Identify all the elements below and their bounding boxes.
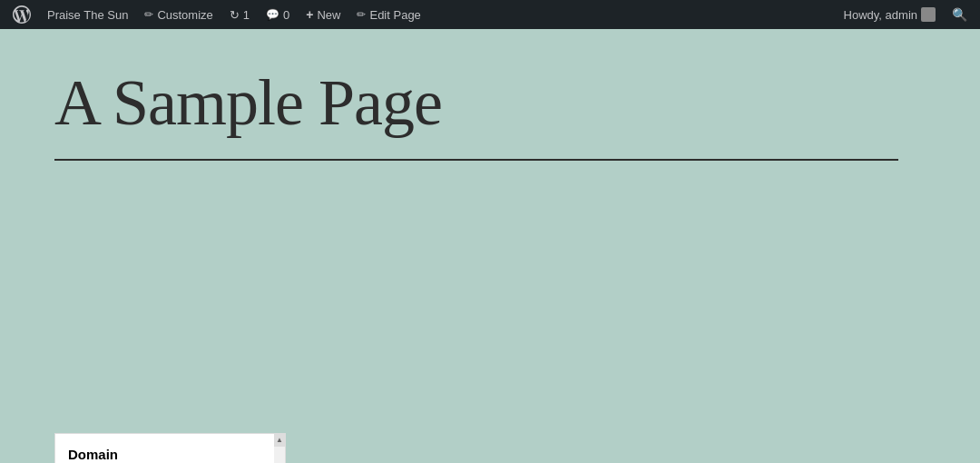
edit-icon: ✏ (357, 8, 366, 21)
site-name-label: Praise The Sun (47, 8, 128, 22)
title-divider (54, 159, 898, 161)
page-title: A Sample Page (54, 65, 926, 141)
plus-icon: + (306, 7, 313, 22)
search-icon: 🔍 (952, 7, 967, 22)
wp-logo-icon (13, 5, 31, 24)
updates-count: 1 (243, 8, 250, 22)
customize-label: Customize (157, 8, 212, 22)
admin-avatar (921, 7, 936, 22)
widget-scrollbar[interactable]: ▲ ▼ (274, 434, 285, 463)
adminbar-right: Howdy, admin 🔍 (838, 0, 975, 29)
updates-icon: ↻ (230, 8, 240, 22)
new-label: New (317, 8, 340, 22)
customize-button[interactable]: ✏ Customize (137, 0, 220, 29)
howdy-button[interactable]: Howdy, admin (838, 0, 941, 29)
domain-widget[interactable]: Domain This domain is for use in illustr… (54, 433, 286, 463)
updates-button[interactable]: ↻ 1 (222, 0, 257, 29)
site-content: A Sample Page Domain This domain is for … (0, 29, 980, 463)
comments-count: 0 (283, 8, 289, 22)
widget-title: Domain (68, 445, 272, 463)
comments-button[interactable]: 💬 0 (259, 0, 297, 29)
howdy-label: Howdy, admin (844, 8, 917, 22)
new-content-button[interactable]: + New (299, 0, 348, 29)
wp-logo-button[interactable] (5, 0, 38, 29)
edit-page-button[interactable]: ✏ Edit Page (349, 0, 427, 29)
edit-page-label: Edit Page (369, 8, 420, 22)
admin-bar: Praise The Sun ✏ Customize ↻ 1 💬 0 + New… (0, 0, 980, 29)
site-name-button[interactable]: Praise The Sun (40, 0, 135, 29)
comments-icon: 💬 (266, 8, 279, 21)
adminbar-left: Praise The Sun ✏ Customize ↻ 1 💬 0 + New… (5, 0, 838, 29)
scroll-up-button[interactable]: ▲ (274, 434, 285, 447)
search-button[interactable]: 🔍 (945, 7, 975, 22)
customize-icon: ✏ (144, 8, 153, 21)
